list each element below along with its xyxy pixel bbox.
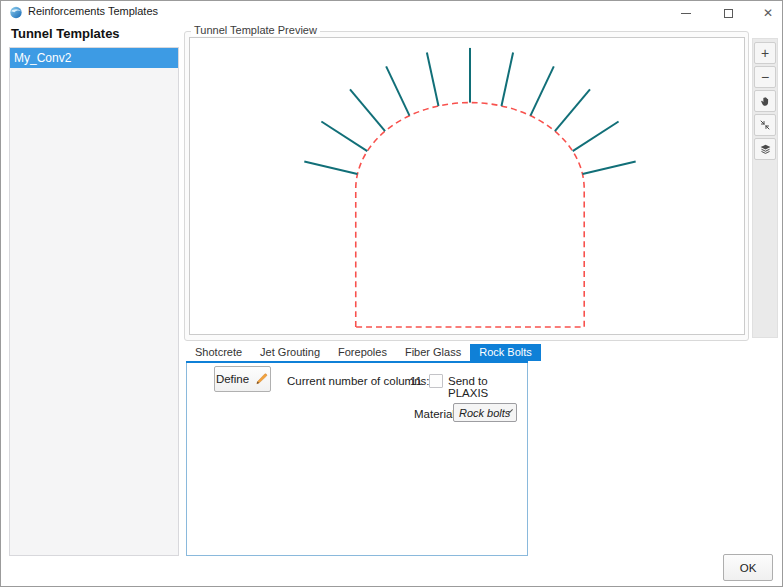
material-dropdown-value: Rock bolts	[459, 407, 510, 419]
tunnel-template-preview-group: Tunnel Template Preview	[184, 31, 749, 341]
layers-icon	[759, 143, 772, 156]
app-icon	[9, 5, 23, 19]
rock-bolt	[530, 66, 553, 115]
minimize-button[interactable]	[668, 1, 704, 25]
zoom-in-icon: +	[761, 46, 769, 60]
columns-count-label: Current number of columns:	[287, 375, 430, 387]
list-item-my_conv2[interactable]: My_Conv2	[10, 48, 178, 68]
rock-bolt	[350, 89, 385, 131]
rock-bolt	[304, 162, 357, 174]
tunnel-preview-canvas[interactable]	[189, 37, 745, 335]
tab-rock-bolts[interactable]: Rock Bolts	[470, 344, 541, 361]
rock-bolts-panel: Define Current number of columns: 11 Sen…	[186, 363, 528, 556]
tunnel-templates-list[interactable]: My_Conv2	[9, 47, 179, 556]
rock-bolt	[321, 122, 367, 152]
tab-bar: ShotcreteJet GroutingForepolesFiber Glas…	[186, 344, 528, 363]
hand-icon	[759, 95, 772, 108]
layers-button[interactable]	[754, 138, 776, 160]
rock-bolt	[386, 66, 409, 115]
define-button-label: Define	[216, 373, 249, 385]
minimize-icon	[681, 13, 691, 14]
maximize-icon	[724, 9, 733, 18]
rock-bolt	[501, 53, 513, 106]
pencil-icon	[254, 371, 269, 388]
window-title: Reinforcements Templates	[28, 5, 158, 17]
rock-bolt	[573, 122, 619, 152]
material-dropdown[interactable]: Rock bolts	[453, 403, 517, 422]
zoom-extents-icon	[759, 119, 771, 131]
preview-group-label: Tunnel Template Preview	[191, 24, 320, 36]
tunnel-templates-header: Tunnel Templates	[11, 26, 120, 41]
reinforcements-templates-dialog: Reinforcements Templates ✕ Tunnel Templa…	[0, 0, 783, 587]
zoom-in-button[interactable]: +	[754, 42, 776, 64]
zoom-out-icon: −	[761, 70, 769, 84]
close-button[interactable]: ✕	[750, 1, 783, 25]
send-to-plaxis-checkbox[interactable]	[429, 374, 443, 388]
material-label: Material	[414, 408, 455, 420]
zoom-out-button[interactable]: −	[754, 66, 776, 88]
columns-count-value: 11	[410, 375, 422, 387]
tunnel-outline	[356, 103, 584, 327]
define-button[interactable]: Define	[214, 366, 271, 392]
tab-shotcrete[interactable]: Shotcrete	[186, 344, 251, 361]
ok-button[interactable]: OK	[723, 554, 773, 581]
tab-forepoles[interactable]: Forepoles	[329, 344, 396, 361]
rock-bolt	[555, 89, 590, 131]
rock-bolt	[427, 53, 439, 106]
title-bar[interactable]: Reinforcements Templates ✕	[1, 1, 782, 23]
tab-jet-grouting[interactable]: Jet Grouting	[251, 344, 329, 361]
send-to-plaxis-label: Send to PLAXIS	[448, 375, 527, 399]
tunnel-svg	[190, 38, 744, 334]
pan-button[interactable]	[754, 90, 776, 112]
rock-bolt	[583, 162, 636, 174]
preview-toolbar: + −	[752, 38, 778, 338]
tab-fiber-glass[interactable]: Fiber Glass	[396, 344, 470, 361]
maximize-button[interactable]	[710, 1, 746, 25]
zoom-extents-button[interactable]	[754, 114, 776, 136]
